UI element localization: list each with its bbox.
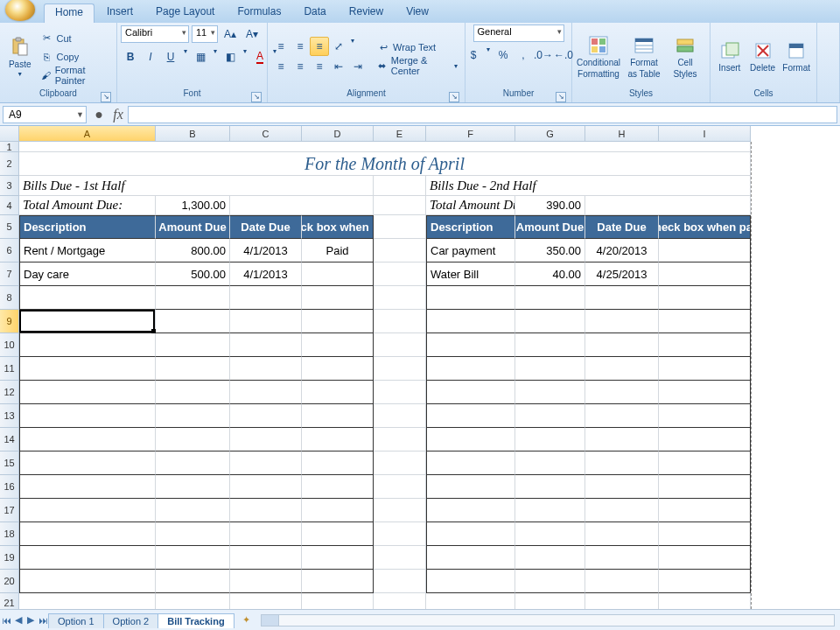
left-total[interactable]: 1,300.00	[156, 196, 230, 215]
orientation-dd[interactable]: ▾	[348, 37, 357, 56]
sheet-nav-prev[interactable]: ◀	[12, 613, 24, 627]
cell-amt-l-21[interactable]	[156, 593, 230, 609]
left-heading[interactable]: Bills Due - 1st Half	[19, 176, 374, 196]
cell-desc-l-9[interactable]	[19, 310, 156, 333]
cell-amt-l-20[interactable]	[156, 570, 230, 593]
col-header-B[interactable]: B	[156, 126, 230, 142]
number-launcher[interactable]: ↘	[556, 92, 566, 102]
cell-desc-r-9[interactable]	[426, 310, 515, 333]
delete-cells-button[interactable]: Delete	[747, 28, 779, 86]
cell-amt-l-9[interactable]	[156, 310, 230, 333]
font-size-select[interactable]: 11	[192, 25, 218, 43]
cell-desc-l-14[interactable]	[19, 428, 156, 452]
cell-amt-l-10[interactable]	[156, 333, 230, 357]
format-cells-button[interactable]: Format	[780, 28, 813, 86]
row-header-20[interactable]: 20	[0, 570, 19, 593]
underline-button[interactable]: U	[161, 47, 180, 66]
tab-formulas[interactable]: Formulas	[227, 4, 291, 23]
cell-date-r-14[interactable]	[585, 428, 659, 452]
alignment-launcher[interactable]: ↘	[449, 92, 459, 102]
th-amt-r[interactable]: Amount Due	[515, 215, 585, 239]
cell-date-r-18[interactable]	[585, 522, 659, 546]
row-header-13[interactable]: 13	[0, 404, 19, 428]
row-header-16[interactable]: 16	[0, 475, 19, 499]
cell-amt-l-17[interactable]	[156, 499, 230, 522]
font-name-select[interactable]: Calibri	[121, 25, 189, 43]
sheet-nav-first[interactable]: ⏮	[0, 613, 12, 627]
cell-desc-r-6[interactable]: Car payment	[426, 239, 515, 262]
number-format-select[interactable]: General	[473, 24, 564, 42]
orientation-button[interactable]: ⤢	[329, 37, 348, 56]
new-sheet-button[interactable]: ✦	[238, 613, 256, 627]
cell-amt-l-14[interactable]	[156, 428, 230, 452]
cell-desc-r-14[interactable]	[426, 428, 515, 452]
align-middle-button[interactable]: ≡	[290, 37, 310, 56]
gap-15[interactable]	[374, 452, 426, 475]
cell-desc-r-20[interactable]	[426, 570, 515, 593]
cut-button[interactable]: ✂Cut	[38, 30, 114, 47]
row-header-12[interactable]: 12	[0, 381, 19, 404]
cell-date-l-18[interactable]	[230, 522, 302, 546]
cell-amt-r-8[interactable]	[515, 286, 585, 310]
cell-paid-r-18[interactable]	[659, 522, 751, 546]
tab-data[interactable]: Data	[293, 4, 336, 23]
th-paid-r[interactable]: Check box when paid	[659, 215, 751, 239]
cell-amt-l-12[interactable]	[156, 381, 230, 404]
cell-date-r-16[interactable]	[585, 475, 659, 499]
cell-date-l-8[interactable]	[230, 286, 302, 310]
cell-date-l-16[interactable]	[230, 475, 302, 499]
underline-dd[interactable]: ▾	[181, 47, 190, 66]
row-header-14[interactable]: 14	[0, 428, 19, 452]
border-dd[interactable]: ▾	[211, 47, 220, 66]
cell-paid-l-19[interactable]	[302, 546, 374, 570]
align-left-button[interactable]: ≡	[271, 57, 290, 76]
gap-7[interactable]	[374, 262, 426, 286]
cell-paid-r-11[interactable]	[659, 357, 751, 381]
col-header-D[interactable]: D	[302, 126, 374, 142]
cell-amt-r-19[interactable]	[515, 546, 585, 570]
cell-desc-r-11[interactable]	[426, 357, 515, 381]
font-color-button[interactable]: A	[250, 47, 270, 66]
cell-date-r-19[interactable]	[585, 546, 659, 570]
horizontal-scrollbar[interactable]	[261, 614, 835, 626]
cell-date-l-20[interactable]	[230, 570, 302, 593]
dec-decimal-button[interactable]: ←.0	[554, 46, 573, 65]
cell-date-l-9[interactable]	[230, 310, 302, 333]
blank[interactable]	[230, 196, 374, 215]
merge-center-button[interactable]: ⬌Merge & Center▾	[374, 57, 461, 74]
cell-date-l-12[interactable]	[230, 381, 302, 404]
cell-paid-r-17[interactable]	[659, 499, 751, 522]
cell-date-r-10[interactable]	[585, 333, 659, 357]
cell-paid-l-10[interactable]	[302, 333, 374, 357]
cell-desc-r-17[interactable]	[426, 499, 515, 522]
gap-13[interactable]	[374, 404, 426, 428]
cell-paid-r-20[interactable]	[659, 570, 751, 593]
conditional-formatting-button[interactable]: ConditionalFormatting	[576, 28, 621, 86]
right-heading[interactable]: Bills Due - 2nd Half	[426, 176, 751, 196]
cell-amt-l-8[interactable]	[156, 286, 230, 310]
row-header-10[interactable]: 10	[0, 333, 19, 357]
align-bottom-button[interactable]: ≡	[310, 37, 329, 56]
gap-10[interactable]	[374, 333, 426, 357]
cell-amt-r-13[interactable]	[515, 404, 585, 428]
cell-amt-r-10[interactable]	[515, 333, 585, 357]
row-header-4[interactable]: 4	[0, 196, 19, 215]
cell-date-r-7[interactable]: 4/25/2013	[585, 262, 659, 286]
th-desc-r[interactable]: Description	[426, 215, 515, 239]
cell-paid-l-12[interactable]	[302, 381, 374, 404]
fill-dd[interactable]: ▾	[241, 47, 249, 66]
cell-amt-r-12[interactable]	[515, 381, 585, 404]
th-date-r[interactable]: Date Due	[585, 215, 659, 239]
cell-amt-r-20[interactable]	[515, 570, 585, 593]
border-button[interactable]: ▦	[191, 47, 210, 66]
cell-amt-r-14[interactable]	[515, 428, 585, 452]
align-center-button[interactable]: ≡	[290, 57, 310, 76]
format-painter-button[interactable]: 🖌Format Painter	[38, 66, 114, 84]
row-header-17[interactable]: 17	[0, 499, 19, 522]
insert-cells-button[interactable]: Insert	[714, 28, 746, 86]
cell-amt-r-9[interactable]	[515, 310, 585, 333]
cell-amt-l-19[interactable]	[156, 546, 230, 570]
cell-amt-r-6[interactable]: 350.00	[515, 239, 585, 262]
comma-button[interactable]: ,	[514, 46, 533, 65]
cell-paid-r-14[interactable]	[659, 428, 751, 452]
